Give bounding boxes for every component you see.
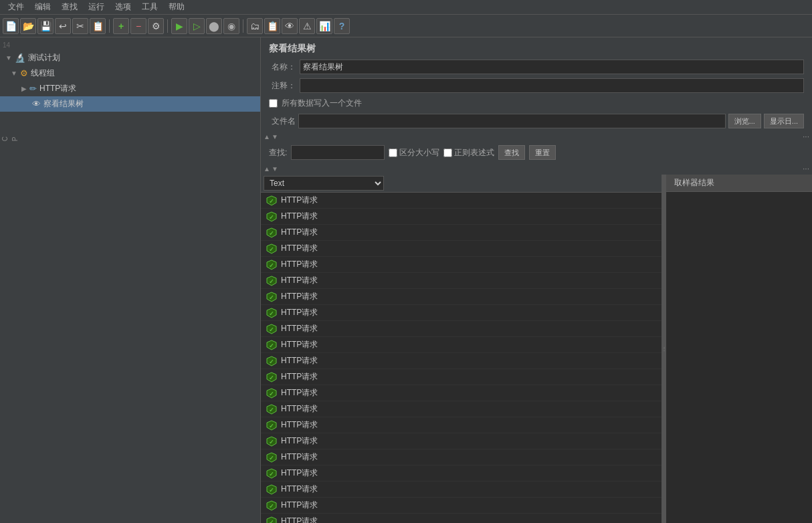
menu-tools[interactable]: 工具 bbox=[136, 0, 163, 14]
run-button[interactable]: ▶ bbox=[171, 18, 187, 34]
result-text: HTTP请求 bbox=[281, 435, 318, 447]
comment-input[interactable] bbox=[300, 78, 804, 93]
result-item[interactable]: ✓ HTTP请求 bbox=[261, 353, 662, 369]
result-item[interactable]: ✓ HTTP请求 bbox=[261, 321, 662, 337]
result-item[interactable]: ✓ HTTP请求 bbox=[261, 225, 662, 241]
sep-down-arrow[interactable]: ▼ bbox=[272, 133, 278, 140]
run-step-button[interactable]: ▷ bbox=[189, 18, 205, 34]
add-button[interactable]: + bbox=[113, 18, 129, 34]
stop-all-button[interactable]: ⬤ bbox=[206, 18, 222, 34]
success-shield-icon: ✓ bbox=[266, 516, 277, 524]
result-text: HTTP请求 bbox=[281, 467, 318, 479]
reset-button[interactable]: 重置 bbox=[529, 145, 556, 160]
paste-button[interactable]: 📋 bbox=[264, 18, 280, 34]
result-item[interactable]: ✓ HTTP请求 bbox=[261, 417, 662, 433]
result-item[interactable]: ✓ HTTP请求 bbox=[261, 369, 662, 385]
left-gutter-text: C bbox=[0, 134, 10, 144]
svg-text:✓: ✓ bbox=[269, 455, 274, 461]
sep-up-arrow2[interactable]: ▲ bbox=[264, 165, 270, 173]
settings-button[interactable]: ⚙ bbox=[148, 18, 164, 34]
success-shield-icon: ✓ bbox=[266, 308, 277, 318]
tree-item-http-request[interactable]: ▶ ✏ HTTP请求 bbox=[0, 81, 260, 96]
find-button[interactable]: 查找 bbox=[498, 145, 525, 160]
stop-button[interactable]: ◉ bbox=[223, 18, 239, 34]
results-right-tab[interactable]: 取样器结果 bbox=[666, 175, 812, 192]
result-item[interactable]: ✓ HTTP请求 bbox=[261, 305, 662, 321]
comment-row: 注释： bbox=[261, 76, 812, 95]
result-item[interactable]: ✓ HTTP请求 bbox=[261, 401, 662, 417]
tree-item-view-results[interactable]: 👁 察看结果树 bbox=[0, 96, 260, 112]
tree-item-thread-group[interactable]: ▼ ⚙ 线程组 bbox=[0, 66, 260, 81]
cut-button[interactable]: ✂ bbox=[72, 18, 88, 34]
save-button[interactable]: 💾 bbox=[37, 18, 54, 34]
regex-checkbox[interactable] bbox=[443, 148, 452, 157]
result-text: HTTP请求 bbox=[281, 291, 318, 302]
menu-help[interactable]: 帮助 bbox=[163, 0, 190, 14]
menu-file[interactable]: 文件 bbox=[3, 0, 29, 14]
filename-input[interactable] bbox=[298, 114, 726, 128]
result-item[interactable]: ✓ HTTP请求 bbox=[261, 482, 662, 498]
results-container: Text RegExp Tester CSS/JQuery Tester XPa… bbox=[261, 175, 812, 523]
template-button[interactable]: 🗂 bbox=[247, 18, 263, 34]
tree-item-test-plan[interactable]: ▼ 🔬 测试计划 bbox=[0, 50, 260, 66]
sep-down-arrow2[interactable]: ▼ bbox=[272, 165, 278, 173]
success-shield-icon: ✓ bbox=[266, 324, 277, 334]
result-text: HTTP请求 bbox=[281, 484, 318, 495]
name-input[interactable] bbox=[300, 60, 804, 74]
result-item[interactable]: ✓ HTTP请求 bbox=[261, 385, 662, 401]
result-item[interactable]: ✓ HTTP请求 bbox=[261, 465, 662, 482]
search-input[interactable] bbox=[291, 145, 385, 160]
view-type-select[interactable]: Text RegExp Tester CSS/JQuery Tester XPa… bbox=[264, 176, 384, 191]
help-button[interactable]: ? bbox=[334, 18, 350, 34]
result-text: HTTP请求 bbox=[281, 307, 318, 318]
success-shield-icon: ✓ bbox=[266, 388, 277, 399]
report-button[interactable]: 📊 bbox=[316, 18, 332, 34]
result-item[interactable]: ✓ HTTP请求 bbox=[261, 514, 662, 523]
menu-find[interactable]: 查找 bbox=[56, 0, 83, 14]
result-item[interactable]: ✓ HTTP请求 bbox=[261, 498, 662, 514]
svg-text:✓: ✓ bbox=[269, 407, 274, 413]
display-button[interactable]: 显示日... bbox=[764, 114, 804, 128]
copy-button[interactable]: 📋 bbox=[90, 18, 106, 34]
sep3 bbox=[243, 19, 243, 33]
main-layout: 14 ▼ 🔬 测试计划 ▼ ⚙ 线程组 ▶ ✏ HTTP请求 bbox=[0, 37, 812, 523]
result-text: HTTP请求 bbox=[281, 275, 318, 286]
filename-label: 文件名 bbox=[269, 116, 296, 127]
tree-arrow: ▼ bbox=[11, 70, 17, 77]
case-sensitive-checkbox[interactable] bbox=[389, 148, 397, 157]
result-item[interactable]: ✓ HTTP请求 bbox=[261, 449, 662, 465]
write-to-file-checkbox[interactable] bbox=[269, 99, 278, 108]
results-left: Text RegExp Tester CSS/JQuery Tester XPa… bbox=[261, 175, 662, 523]
name-row: 名称： bbox=[261, 58, 812, 76]
search-row: 查找: 区分大小写 正则表述式 查找 重置 bbox=[261, 142, 812, 163]
name-label: 名称： bbox=[269, 62, 296, 73]
result-item[interactable]: ✓ HTTP请求 bbox=[261, 433, 662, 449]
svg-text:✓: ✓ bbox=[269, 519, 274, 524]
success-shield-icon: ✓ bbox=[266, 259, 277, 270]
result-item[interactable]: ✓ HTTP请求 bbox=[261, 241, 662, 257]
revert-button[interactable]: ↩ bbox=[55, 18, 71, 34]
case-sensitive-check[interactable]: 区分大小写 bbox=[389, 147, 439, 159]
menu-edit[interactable]: 编辑 bbox=[29, 0, 56, 14]
menu-run[interactable]: 运行 bbox=[83, 0, 110, 14]
result-item[interactable]: ✓ HTTP请求 bbox=[261, 289, 662, 305]
new-button[interactable]: 📄 bbox=[3, 18, 19, 34]
right-panel: 察看结果树 名称： 注释： 所有数据写入一个文件 文件名 浏览... 显示日..… bbox=[261, 37, 812, 523]
sep-up-arrow[interactable]: ▲ bbox=[264, 133, 270, 140]
result-item[interactable]: ✓ HTTP请求 bbox=[261, 193, 662, 209]
result-item[interactable]: ✓ HTTP请求 bbox=[261, 257, 662, 273]
regex-check[interactable]: 正则表述式 bbox=[443, 147, 494, 159]
result-item[interactable]: ✓ HTTP请求 bbox=[261, 273, 662, 289]
result-text: HTTP请求 bbox=[281, 355, 318, 367]
open-button[interactable]: 📂 bbox=[20, 18, 36, 34]
search-label: 查找: bbox=[269, 147, 287, 159]
menu-options[interactable]: 选项 bbox=[110, 0, 136, 14]
remove-button[interactable]: − bbox=[130, 18, 146, 34]
browse-button[interactable]: 浏览... bbox=[728, 114, 761, 128]
alert-button[interactable]: ⚠ bbox=[299, 18, 315, 34]
monitor-button[interactable]: 👁 bbox=[282, 18, 298, 34]
result-item[interactable]: ✓ HTTP请求 bbox=[261, 209, 662, 225]
svg-text:✓: ✓ bbox=[269, 326, 274, 333]
result-item[interactable]: ✓ HTTP请求 bbox=[261, 337, 662, 353]
tree-label-view-results: 察看结果树 bbox=[43, 98, 84, 110]
